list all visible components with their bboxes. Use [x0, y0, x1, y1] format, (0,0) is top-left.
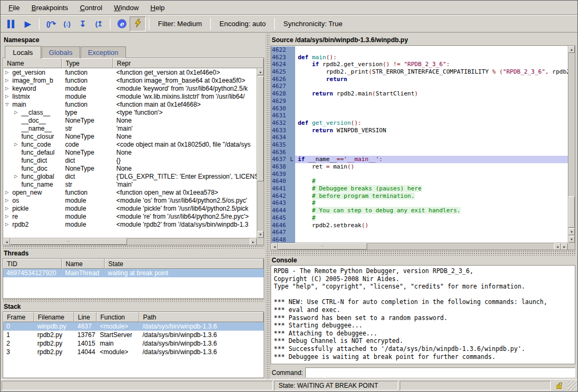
scrollbar-trough[interactable] [127, 238, 250, 245]
line-number[interactable]: 4648 [271, 236, 288, 243]
scroll-down-icon[interactable]: ▼ [568, 236, 575, 243]
line-number[interactable]: 4647 [271, 229, 288, 236]
line-number[interactable]: 4642 [271, 193, 288, 200]
namespace-horizontal-scrollbar[interactable]: ◄ ⋯ ► [3, 238, 257, 245]
collapsed-triangle-icon[interactable]: ▷ [5, 190, 12, 195]
scrollbar-thumb[interactable] [257, 76, 264, 181]
scrollbar-thumb[interactable] [568, 196, 575, 228]
column-header-name[interactable]: Name [3, 58, 62, 68]
column-header-frame[interactable]: Frame [3, 312, 34, 322]
synchronicity-button[interactable] [130, 17, 146, 31]
source-console-splitter[interactable] [271, 250, 575, 255]
scroll-right-icon[interactable]: ► [250, 238, 257, 245]
scroll-left-icon[interactable]: ◄ [3, 238, 10, 245]
namespace-row[interactable]: ▷func_globaldict{'DLG_EXPR_TITLE': 'Ente… [3, 172, 264, 180]
line-number[interactable]: 4641 [271, 185, 288, 193]
tab-globals[interactable]: Globals [42, 46, 80, 58]
vertical-splitter[interactable] [266, 34, 270, 379]
collapsed-triangle-icon[interactable]: ▷ [14, 142, 21, 147]
thread-row[interactable]: 46974534127920MainThreadwaiting at break… [3, 269, 264, 277]
namespace-row[interactable]: ▷keywordmodule<module 'keyword' from '/u… [3, 84, 264, 92]
expanded-triangle-icon[interactable]: ▽ [5, 102, 12, 107]
scroll-up-icon[interactable]: ▲ [257, 68, 264, 75]
namespace-row[interactable]: ▷open_newfunction<function open_new at 0… [3, 188, 264, 196]
scroll-up-icon[interactable]: ▲ [568, 46, 575, 53]
namespace-vertical-scrollbar[interactable]: ▲ ▼ [257, 68, 264, 238]
step-button[interactable]: (↓) [59, 17, 75, 31]
line-number[interactable]: 4633 [271, 127, 288, 134]
line-number[interactable]: 4634 [271, 134, 288, 141]
line-number[interactable]: 4639 [271, 171, 288, 178]
namespace-row[interactable]: func_namestr'main' [3, 180, 264, 188]
line-number[interactable]: 4628 [271, 90, 288, 98]
collapsed-triangle-icon[interactable]: ▷ [14, 174, 21, 179]
column-header-function[interactable]: Function [97, 312, 139, 322]
collapsed-triangle-icon[interactable]: ▷ [5, 94, 12, 99]
line-number[interactable]: 4638 [271, 163, 288, 171]
line-number[interactable]: 4645 [271, 214, 288, 222]
go-button[interactable]: ▶ [20, 17, 36, 31]
scroll-down-icon[interactable]: ▼ [568, 228, 575, 235]
line-number[interactable]: 4637 [271, 156, 288, 163]
return-button[interactable]: (↥ [91, 17, 107, 31]
scroll-left-icon[interactable]: ◄ [271, 243, 278, 250]
command-input[interactable] [305, 367, 575, 378]
stack-frame-row[interactable]: 2rpdb2.py14015main/data/sys/bin/winpdb-1… [3, 339, 264, 348]
menu-control[interactable]: Control [74, 1, 108, 14]
next-button[interactable]: ()↷ [43, 17, 59, 31]
column-header-line[interactable]: Line [74, 312, 97, 322]
scrollbar-thumb[interactable]: ⋯ [278, 243, 367, 250]
namespace-row[interactable]: func_closurNoneTypeNone [3, 132, 264, 140]
namespace-row[interactable]: ▷func_codecode<code object main at 0x180… [3, 140, 264, 148]
namespace-row[interactable]: ▷osmodule<module 'os' from '/usr/lib64/p… [3, 196, 264, 204]
encoding-button[interactable]: e [114, 17, 130, 31]
collapsed-triangle-icon[interactable]: ▷ [14, 110, 21, 115]
namespace-row[interactable]: func_defaulNoneTypeNone [3, 148, 264, 156]
line-number[interactable]: 4630 [271, 105, 288, 113]
column-header-name[interactable]: Name [62, 259, 105, 269]
menu-breakpoints[interactable]: Breakpoints [26, 1, 74, 14]
namespace-row[interactable]: ▷__class__type<type 'function'> [3, 108, 264, 116]
namespace-row[interactable]: ▷image_from_bfunction<function image_fro… [3, 76, 264, 84]
line-number[interactable]: 4627 [271, 83, 288, 90]
collapsed-triangle-icon[interactable]: ▷ [5, 70, 12, 75]
tab-locals[interactable]: Locals [5, 46, 41, 59]
break-button[interactable]: ▌▌ [4, 17, 20, 31]
namespace-row[interactable]: __name__str'main' [3, 124, 264, 132]
column-header-filename[interactable]: Filename [34, 312, 74, 322]
namespace-row[interactable]: ▷picklemodule<module 'pickle' from '/usr… [3, 204, 264, 212]
line-number[interactable]: 4644 [271, 207, 288, 214]
line-number[interactable]: 4629 [271, 98, 288, 105]
line-number[interactable]: 4640 [271, 178, 288, 185]
scrollbar-trough[interactable] [367, 243, 554, 250]
namespace-row[interactable]: func_docNoneTypeNone [3, 164, 264, 172]
column-header-repr[interactable]: Repr [113, 58, 264, 68]
line-number[interactable]: 4643 [271, 199, 288, 207]
resize-grip[interactable] [568, 381, 576, 390]
line-number[interactable]: 4626 [271, 76, 288, 83]
column-header-tid[interactable]: TID [3, 259, 62, 269]
collapsed-triangle-icon[interactable]: ▷ [5, 78, 12, 83]
source-horizontal-scrollbar[interactable]: ◄ ⋯ ◄ ► [271, 243, 568, 250]
line-number[interactable]: 4635 [271, 141, 288, 149]
namespace-row[interactable]: ▽mainfunction<function main at 0x1ef4668… [3, 100, 264, 108]
namespace-row[interactable]: ▷remodule<module 're' from '/usr/lib64/p… [3, 212, 264, 220]
namespace-row[interactable]: ▷listmixmodule<module 'wx.lib.mixins.lis… [3, 92, 264, 100]
collapsed-triangle-icon[interactable]: ▷ [5, 214, 12, 219]
line-number[interactable]: 4632 [271, 119, 288, 127]
line-number[interactable]: 4623 [271, 54, 288, 61]
line-number[interactable]: 4622 [271, 46, 288, 54]
scroll-left-icon[interactable]: ◄ [554, 243, 561, 250]
tab-exception[interactable]: Exception [81, 46, 126, 58]
collapsed-triangle-icon[interactable]: ▷ [5, 206, 12, 211]
namespace-row[interactable]: func_dictdict{} [3, 156, 264, 164]
namespace-row[interactable]: __doc__NoneTypeNone [3, 116, 264, 124]
column-header-type[interactable]: Type [62, 58, 113, 68]
source-vertical-scrollbar[interactable]: ▲ ▼ ▼ [568, 46, 575, 243]
stack-frame-row[interactable]: 0winpdb.py4637<module>/data/sys/bin/winp… [3, 322, 264, 331]
menu-help[interactable]: Help [145, 1, 171, 14]
column-header-state[interactable]: State [105, 259, 264, 269]
menu-window[interactable]: Window [108, 1, 145, 14]
collapsed-triangle-icon[interactable]: ▷ [5, 222, 12, 227]
collapsed-triangle-icon[interactable]: ▷ [5, 198, 12, 203]
